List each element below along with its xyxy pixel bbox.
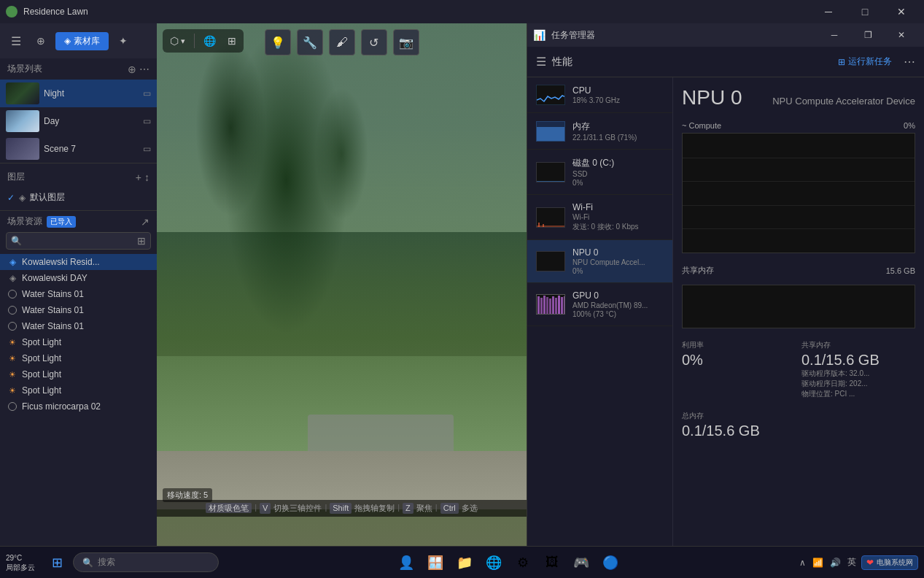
layers-add-button[interactable]: + bbox=[136, 172, 141, 183]
tm-memory-detail: 22.1/31.1 GB (71%) bbox=[572, 134, 664, 142]
hint-separator-2: | bbox=[325, 503, 327, 514]
layer-label: 默认图层 bbox=[30, 191, 65, 204]
svg-rect-7 bbox=[549, 298, 551, 315]
tm-item-wifi[interactable]: Wi-Fi Wi-Fi 发送: 0 接收: 0 Kbps bbox=[527, 195, 672, 240]
resource-item-water-stains-2[interactable]: Water Stains 01 bbox=[0, 302, 157, 318]
resource-label-spotlight-2: Spot Light bbox=[22, 353, 150, 363]
layers-section: 图层 + ↕ ✓ ◈ 默认图层 bbox=[0, 163, 157, 210]
close-button[interactable]: ✕ bbox=[885, 0, 918, 23]
new-document-button[interactable]: ⊕ bbox=[31, 31, 51, 51]
scene-item-night[interactable]: Night ▭ bbox=[0, 80, 157, 107]
tm-item-npu[interactable]: NPU 0 NPU Compute Accel... 0% bbox=[527, 240, 672, 283]
resource-item-spotlight-2[interactable]: ☀ Spot Light bbox=[0, 350, 157, 366]
resource-item-water-stains-1[interactable]: Water Stains 01 bbox=[0, 286, 157, 302]
resource-item-spotlight-3[interactable]: ☀ Spot Light bbox=[0, 366, 157, 382]
tm-npu-info: NPU 0 NPU Compute Accel... 0% bbox=[572, 247, 664, 275]
scene-label-night: Night bbox=[44, 88, 139, 99]
viewport-light-button[interactable]: 💡 bbox=[265, 29, 291, 55]
maximize-button[interactable]: □ bbox=[848, 0, 882, 23]
tm-run-task-button[interactable]: ⊞ 运行新任务 bbox=[832, 53, 898, 71]
tm-total-label: 总内存 bbox=[682, 411, 915, 421]
resources-section: 场景资源 已导入 ↗ 🔍 ⊞ ◈ Kowalewski Resid... 🔒 bbox=[0, 210, 157, 546]
hamburger-menu-button[interactable]: ☰ bbox=[6, 31, 26, 51]
tm-item-cpu[interactable]: CPU 18% 3.70 GHz bbox=[527, 77, 672, 113]
tm-close-button[interactable]: ✕ bbox=[885, 23, 918, 47]
scene-list-add-button[interactable]: ⊕ bbox=[128, 63, 136, 75]
weather-temp: 29°C bbox=[6, 553, 35, 563]
svg-rect-1 bbox=[538, 223, 540, 227]
photos-icon: 🖼 bbox=[546, 555, 559, 570]
viewport-camera-button[interactable]: 📷 bbox=[393, 29, 419, 55]
tray-lang[interactable]: 英 bbox=[845, 555, 858, 570]
scene-list-title: 场景列表 bbox=[7, 63, 42, 75]
viewport-wrench-button[interactable]: 🔧 bbox=[297, 29, 323, 55]
taskbar-app-store[interactable]: 🪟 bbox=[422, 550, 449, 576]
tm-gpu-name: GPU 0 bbox=[572, 290, 664, 301]
sponsor-label: 电脑系统网 bbox=[877, 558, 913, 568]
resource-item-kowalewski-day[interactable]: ◈ Kowalewski DAY 👁 🔒 bbox=[0, 270, 157, 286]
taskbar-app-edge[interactable]: 🌐 bbox=[481, 550, 507, 576]
tm-restore-button[interactable]: ❐ bbox=[851, 23, 885, 47]
taskbar-search-box[interactable]: 🔍 搜索 bbox=[73, 552, 219, 572]
viewport[interactable]: ⬡ ▾ 🌐 ⊞ 💡 🔧 🖌 ↺ 📷 移动速度: 5 材质吸色笔 | V 切 bbox=[157, 23, 527, 546]
tm-item-memory[interactable]: 内存 22.1/31.1 GB (71%) bbox=[527, 113, 672, 150]
tm-shared-mem-header: 共享内存 15.6 GB bbox=[682, 265, 915, 276]
taskbar-app-photos[interactable]: 🖼 bbox=[539, 550, 565, 576]
svg-rect-9 bbox=[555, 298, 557, 315]
tm-stat-utilization: 利用率 0% bbox=[682, 340, 796, 399]
taskbar-app-game[interactable]: 🎮 bbox=[568, 550, 594, 576]
tm-run-icon: ⊞ bbox=[838, 57, 845, 67]
start-button[interactable]: ⊞ bbox=[45, 551, 69, 574]
scene-item-day[interactable]: Day ▭ bbox=[0, 107, 157, 135]
tm-more-button[interactable]: ⋯ bbox=[904, 55, 915, 69]
viewport-top-toolbar: 💡 🔧 🖌 ↺ 📷 bbox=[157, 29, 527, 55]
resource-visibility-button[interactable]: 👁 bbox=[132, 274, 139, 282]
taskbar-app-file[interactable]: 📁 bbox=[451, 550, 478, 576]
tray-volume-icon[interactable]: 🔊 bbox=[828, 556, 843, 569]
svg-rect-4 bbox=[540, 298, 543, 315]
grid-view-button[interactable]: ⊞ bbox=[137, 235, 146, 247]
taskbar-app-icons: 👤 🪟 📁 🌐 ⚙ 🖼 🎮 🔵 bbox=[222, 550, 794, 576]
layers-sort-button[interactable]: ↕ bbox=[144, 172, 150, 183]
tm-shared-label: 共享内存 bbox=[801, 340, 915, 350]
svg-rect-10 bbox=[558, 296, 560, 315]
scene-item-scene7[interactable]: Scene 7 ▭ bbox=[0, 135, 157, 163]
hint-label-shift: 拖拽轴复制 bbox=[354, 503, 395, 514]
resource-item-spotlight-4[interactable]: ☀ Spot Light bbox=[0, 382, 157, 398]
layers-title: 图层 bbox=[7, 171, 25, 183]
resource-item-water-stains-3[interactable]: Water Stains 01 bbox=[0, 318, 157, 334]
taskbar-app-settings[interactable]: ⚙ bbox=[510, 550, 536, 576]
resource-item-ficus[interactable]: Ficus microcarpa 02 bbox=[0, 398, 157, 415]
resources-export-button[interactable]: ↗ bbox=[141, 216, 150, 228]
viewport-brush-button[interactable]: 🖌 bbox=[329, 29, 355, 55]
scene-list: Night ▭ Day ▭ Scene 7 ▭ bbox=[0, 80, 157, 163]
hint-label-z: 聚焦 bbox=[416, 503, 432, 514]
resource-lock-button[interactable]: 🔒 bbox=[141, 258, 150, 266]
minimize-button[interactable]: ─ bbox=[812, 0, 845, 23]
resource-list: ◈ Kowalewski Resid... 🔒 ◈ Kowalewski DAY… bbox=[0, 254, 157, 546]
star-button[interactable]: ✦ bbox=[113, 31, 133, 51]
tm-menu-button[interactable]: ☰ bbox=[536, 55, 546, 69]
tm-wifi-name: Wi-Fi bbox=[572, 202, 664, 212]
layer-item-default[interactable]: ✓ ◈ 默认图层 bbox=[0, 188, 157, 207]
viewport-transform-button[interactable]: ↺ bbox=[361, 29, 387, 55]
settings-icon: ⚙ bbox=[517, 555, 529, 571]
tm-cpu-info: CPU 18% 3.70 GHz bbox=[572, 85, 664, 104]
grid-line-4 bbox=[683, 228, 915, 229]
tray-network-icon[interactable]: 📶 bbox=[810, 556, 826, 569]
tm-item-gpu[interactable]: GPU 0 AMD Radeon(TM) 89... 100% (73 °C) bbox=[527, 283, 672, 326]
search-input[interactable] bbox=[25, 236, 134, 246]
asset-library-button[interactable]: ◈ 素材库 bbox=[55, 32, 109, 50]
scene-thumb-day bbox=[6, 110, 39, 132]
taskbar-app-blue[interactable]: 🔵 bbox=[597, 550, 624, 576]
resource-lock-button-2[interactable]: 🔒 bbox=[141, 274, 150, 282]
resource-item-label-2: Kowalewski DAY bbox=[22, 273, 128, 283]
resource-item-kowalewski-resid[interactable]: ◈ Kowalewski Resid... 🔒 bbox=[0, 254, 157, 270]
tm-disk-detail: SSD bbox=[572, 170, 664, 178]
tm-item-disk[interactable]: 磁盘 0 (C:) SSD 0% bbox=[527, 150, 672, 195]
tm-minimize-button[interactable]: ─ bbox=[818, 23, 851, 47]
tray-chevron[interactable]: ∧ bbox=[797, 556, 808, 569]
scene-list-more-button[interactable]: ⋯ bbox=[139, 63, 150, 75]
resource-item-spotlight-1[interactable]: ☀ Spot Light bbox=[0, 334, 157, 350]
taskbar-app-avatar[interactable]: 👤 bbox=[393, 550, 419, 576]
